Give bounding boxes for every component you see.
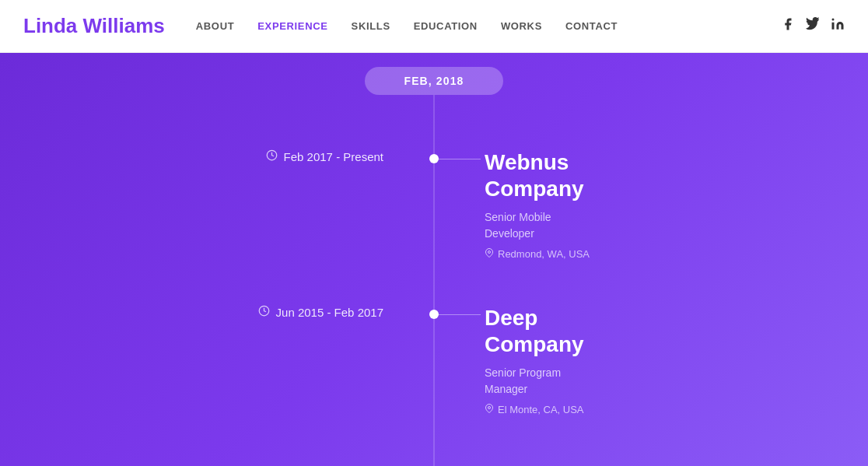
pin-icon-2: [485, 404, 494, 415]
linkedin-icon[interactable]: [831, 17, 845, 35]
header: Linda Williams ABOUT EXPERIENCE SKILLS E…: [0, 0, 868, 53]
entry-1-company: Webnus Company: [485, 149, 868, 201]
timeline: Feb 2017 - Present Webnus Company Senior…: [0, 95, 868, 466]
main-content: FEB, 2018 Feb 2017 - Present Webnus Comp…: [0, 53, 868, 466]
entry-2-left: Jun 2015 - Feb 2017: [0, 305, 407, 319]
social-icons: [781, 17, 845, 35]
svg-point-0: [832, 19, 835, 21]
nav-contact[interactable]: CONTACT: [565, 20, 618, 32]
twitter-icon[interactable]: [806, 17, 820, 35]
entry-1-right: Webnus Company Senior Mobile Developer R…: [407, 149, 868, 260]
entry-2-dot: [429, 310, 439, 319]
entry-2-company: Deep Company: [485, 305, 868, 357]
timeline-entry-2: Jun 2015 - Feb 2017 Deep Company Senior …: [0, 305, 868, 415]
svg-point-2: [488, 251, 491, 254]
entry-2-job-title: Senior Program Manager: [485, 365, 868, 398]
pin-icon-1: [485, 248, 494, 260]
entry-1-job-title: Senior Mobile Developer: [485, 209, 868, 242]
entry-1-date: Feb 2017 - Present: [284, 150, 383, 163]
clock-icon-1: [266, 149, 278, 163]
facebook-icon[interactable]: [781, 17, 795, 35]
nav-about[interactable]: ABOUT: [196, 20, 234, 32]
nav-experience[interactable]: EXPERIENCE: [257, 20, 327, 32]
date-badge: FEB, 2018: [365, 67, 502, 95]
clock-icon-2: [258, 305, 270, 319]
entry-2-right: Deep Company Senior Program Manager El M…: [407, 305, 868, 415]
site-logo[interactable]: Linda Williams: [23, 14, 165, 38]
svg-point-4: [488, 407, 491, 409]
entry-2-location: El Monte, CA, USA: [485, 404, 868, 415]
entry-1-left: Feb 2017 - Present: [0, 149, 407, 163]
nav-education[interactable]: EDUCATION: [414, 20, 478, 32]
nav-skills[interactable]: SKILLS: [352, 20, 390, 32]
entry-1-dot: [429, 154, 439, 163]
entry-1-connector: [434, 159, 481, 159]
entry-2-connector: [434, 314, 481, 315]
nav-works[interactable]: WORKS: [501, 20, 542, 32]
entry-1-location: Redmond, WA, USA: [485, 248, 868, 260]
timeline-entry-1: Feb 2017 - Present Webnus Company Senior…: [0, 149, 868, 260]
main-nav: ABOUT EXPERIENCE SKILLS EDUCATION WORKS …: [196, 20, 781, 32]
entry-2-date: Jun 2015 - Feb 2017: [276, 306, 383, 319]
